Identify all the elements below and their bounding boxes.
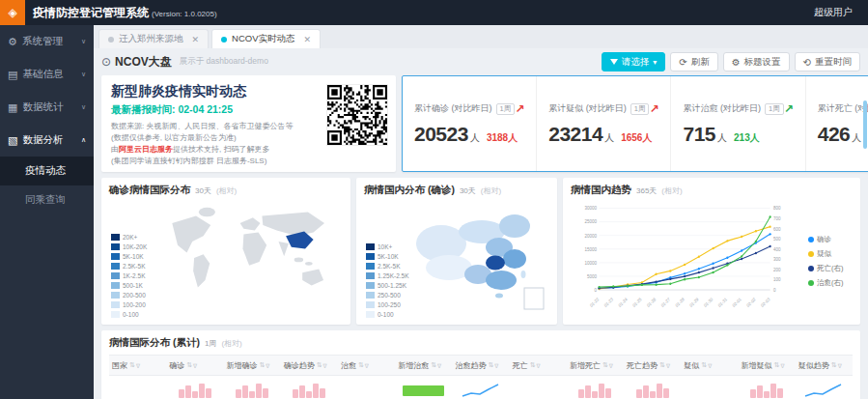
sort-icon[interactable]: ⇅: [259, 361, 265, 369]
sidebar-item-analysis[interactable]: ▧ 数据分析 ∧: [0, 124, 94, 157]
user-menu[interactable]: 超级用户: [814, 6, 853, 19]
column-label: 疑似: [684, 360, 699, 371]
sort-icon[interactable]: ⇅: [602, 361, 608, 369]
table-cell: [796, 376, 853, 399]
stat-unit: 人: [604, 131, 614, 145]
filter-icon[interactable]: ∇: [365, 362, 369, 369]
trend-legend-item[interactable]: 治愈(右): [808, 278, 853, 288]
sort-icon[interactable]: ⇅: [186, 361, 192, 369]
filter-select-button[interactable]: 请选择 ▾: [602, 52, 666, 71]
sort-icon[interactable]: ⇅: [530, 361, 536, 369]
sidebar-subitem-epidemic-dynamics[interactable]: 疫情动态: [0, 157, 94, 185]
tab-zhengzhou-origin[interactable]: 迁入郑州来源地 ✕: [98, 29, 209, 48]
sort-icon[interactable]: ⇅: [659, 361, 665, 369]
world-map[interactable]: [159, 203, 343, 317]
tab-ncov-realtime[interactable]: NCOV实时动态 ✕: [211, 29, 321, 48]
charts-row: 确诊病情国际分布 30天 (相对) 20K+10K-20K5K-10K2.5K-…: [101, 178, 860, 325]
svg-text:30000: 30000: [585, 206, 598, 211]
filter-icon[interactable]: ∇: [838, 362, 842, 369]
table-column-header[interactable]: 治愈⇅∇: [338, 360, 395, 371]
table-column-header[interactable]: 确诊趋势⇅∇: [281, 360, 338, 371]
legend-label: 2.5K-5K: [378, 263, 401, 270]
sort-icon[interactable]: ⇅: [488, 361, 493, 369]
trend-legend-item[interactable]: 死亡(右): [808, 264, 853, 273]
legend-item: 100-200: [111, 299, 147, 309]
filter-icon[interactable]: ∇: [266, 362, 269, 369]
table-column-header[interactable]: 治愈趋势⇅∇: [452, 360, 509, 371]
legend-item: 500-1K: [111, 280, 147, 290]
sort-icon[interactable]: ⇅: [317, 361, 322, 369]
table-column-header[interactable]: 死亡趋势⇅∇: [624, 360, 681, 371]
vertical-scrollbar[interactable]: [863, 100, 867, 149]
sidebar: ⚙ 系统管理 ∨ ▤ 基础信息 ∨ ▦ 数据统计 ∨ ▧ 数据分析 ∧ 疫情动态…: [0, 25, 94, 399]
china-map[interactable]: [414, 203, 549, 317]
sort-icon[interactable]: ⇅: [358, 361, 364, 369]
table-column-header[interactable]: 疑似趋势⇅∇: [796, 360, 853, 371]
filter-icon[interactable]: ∇: [609, 362, 613, 369]
sort-icon[interactable]: ⇅: [701, 361, 707, 369]
filter-icon[interactable]: ∇: [437, 362, 441, 369]
svg-text:02-02: 02-02: [745, 297, 756, 308]
sparkline-bars: [636, 383, 669, 398]
china-distribution-panel: 病情国内分布 (确诊) 30天 (相对) 10K+5K-10K2.5K-5K1.…: [356, 178, 557, 325]
refresh-label: 刷新: [691, 56, 710, 69]
table-column-header[interactable]: 死亡⇅∇: [510, 360, 567, 371]
column-label: 治愈趋势: [455, 360, 486, 371]
refresh-button[interactable]: ⟳ 刷新: [670, 52, 717, 71]
sort-icon[interactable]: ⇅: [431, 361, 436, 369]
column-label: 国家: [112, 360, 127, 371]
filter-icon[interactable]: ∇: [708, 362, 712, 369]
filter-icon[interactable]: ∇: [537, 362, 541, 369]
china-trend-panel: 病情国内趋势 365天 (相对) 05000100001500020000250…: [563, 178, 860, 325]
stat-range-badge: 1周: [496, 103, 516, 115]
table-column-header[interactable]: 疑似⇅∇: [681, 360, 738, 371]
data-source-text: 数据来源: 央视新闻、人民日报、各省市卫健委公告等 (数据仅供参考, 以官方最新…: [111, 121, 328, 167]
sort-icon[interactable]: ⇅: [774, 361, 780, 369]
trend-up-icon: ↗: [784, 102, 794, 116]
trend-up-icon: ↗: [515, 102, 524, 116]
table-title: 病情国际分布 (累计): [109, 336, 200, 350]
legend-item: 2.5K-5K: [366, 261, 409, 271]
filter-icon[interactable]: ∇: [780, 362, 784, 369]
svg-text:01-27: 01-27: [660, 297, 671, 308]
legend-swatch: [111, 282, 120, 289]
table-column-header[interactable]: 确诊⇅∇: [166, 360, 223, 371]
filter-icon[interactable]: ∇: [666, 362, 670, 369]
sparkline-line: [804, 383, 843, 398]
legend-label: 2.5K-5K: [123, 263, 146, 270]
filter-icon[interactable]: ∇: [136, 362, 140, 369]
sort-icon[interactable]: ⇅: [831, 361, 837, 369]
table-row[interactable]: [109, 376, 853, 399]
table-column-header[interactable]: 新增治愈⇅∇: [395, 360, 452, 371]
svg-text:01-25: 01-25: [631, 297, 642, 308]
sidebar-subitem-label: 同乘查询: [25, 193, 66, 207]
filter-icon[interactable]: ∇: [494, 362, 498, 369]
filter-icon[interactable]: ∇: [323, 362, 327, 369]
sidebar-item-statistics[interactable]: ▦ 数据统计 ∨: [0, 91, 94, 124]
sort-icon[interactable]: ⇅: [129, 361, 135, 369]
filter-icon[interactable]: ∇: [193, 362, 197, 369]
sidebar-item-basicinfo[interactable]: ▤ 基础信息 ∨: [0, 58, 94, 91]
legend-swatch: [366, 253, 375, 260]
svg-text:01-24: 01-24: [618, 297, 629, 308]
legend-label: 1.25K-2.5K: [378, 272, 409, 279]
chevron-up-icon: ∧: [81, 136, 86, 144]
brand-name: 阿里云日志服务: [119, 145, 173, 154]
sparkline-bars: [293, 383, 325, 398]
close-icon[interactable]: ✕: [192, 35, 200, 44]
table-column-header[interactable]: 新增死亡⇅∇: [567, 360, 624, 371]
trend-legend-item[interactable]: 确诊: [808, 235, 853, 244]
trend-legend-item[interactable]: 疑似: [808, 249, 853, 259]
reset-time-button[interactable]: ⟲ 重置时间: [795, 52, 860, 71]
legend-label: 100-200: [123, 301, 146, 308]
table-column-header[interactable]: 新增确诊⇅∇: [223, 360, 280, 371]
sidebar-item-system[interactable]: ⚙ 系统管理 ∨: [0, 25, 94, 58]
sidebar-item-label: 数据统计: [22, 100, 63, 114]
table-column-header[interactable]: 国家⇅∇: [109, 360, 166, 371]
title-settings-button[interactable]: ⚙ 标题设置: [723, 52, 790, 71]
table-column-header[interactable]: 新增疑似⇅∇: [739, 360, 796, 371]
sidebar-subitem-cotravel-query[interactable]: 同乘查询: [0, 185, 94, 214]
trend-line-chart[interactable]: 0500010000150002000025000300000100200300…: [571, 201, 808, 321]
legend-swatch: [111, 243, 120, 250]
close-icon[interactable]: ✕: [304, 35, 312, 44]
